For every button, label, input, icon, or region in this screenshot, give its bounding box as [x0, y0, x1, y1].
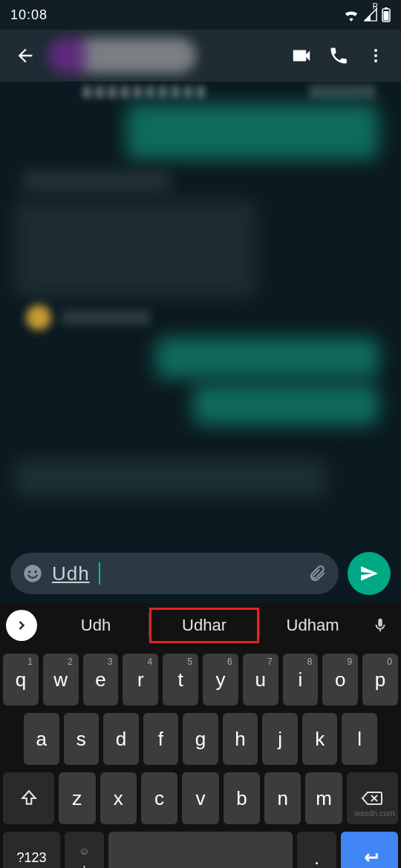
- emoji-picker-icon[interactable]: [22, 563, 43, 584]
- expand-suggestions-icon[interactable]: [6, 610, 37, 641]
- key-m[interactable]: m: [305, 772, 342, 824]
- key-f[interactable]: f: [143, 713, 179, 765]
- key-n[interactable]: n: [264, 772, 301, 824]
- key-c[interactable]: c: [141, 772, 177, 824]
- key-p[interactable]: p0: [362, 654, 398, 706]
- key-z[interactable]: z: [59, 772, 95, 824]
- key-s[interactable]: s: [64, 713, 100, 765]
- svg-point-6: [24, 565, 41, 582]
- emoji-message: [26, 303, 160, 332]
- svg-rect-2: [384, 11, 389, 21]
- key-i[interactable]: i8: [283, 654, 319, 706]
- contact-blurred[interactable]: [48, 38, 196, 73]
- key-a[interactable]: a: [24, 713, 59, 765]
- svg-rect-1: [385, 7, 388, 9]
- keyboard-row-3: zxcvbnm: [3, 772, 398, 824]
- signal-icon: R: [364, 8, 377, 22]
- chat-area[interactable]: ⠿⠿⠿⠿⠿⠿⠿⠿⠿⠿: [0, 82, 401, 547]
- suggestion-bar: Udh Udhar Udham: [0, 603, 401, 648]
- incoming-bubble: [15, 460, 327, 497]
- incoming-bubble: [15, 200, 256, 297]
- svg-point-5: [374, 59, 377, 62]
- svg-point-8: [34, 571, 37, 573]
- message-input[interactable]: Udh: [10, 553, 339, 594]
- mic-icon[interactable]: [365, 617, 395, 634]
- wifi-icon: [343, 8, 359, 22]
- attach-icon[interactable]: [307, 564, 327, 583]
- svg-point-7: [28, 571, 31, 573]
- key-y[interactable]: y6: [203, 654, 238, 706]
- key-r[interactable]: r4: [123, 654, 158, 706]
- period-key[interactable]: .: [297, 832, 336, 868]
- suggestion-1[interactable]: Udhar: [149, 608, 259, 643]
- send-button[interactable]: [348, 552, 391, 595]
- app-bar: [0, 30, 401, 82]
- emoji-icon: [26, 305, 51, 330]
- more-icon[interactable]: [361, 41, 391, 70]
- key-x[interactable]: x: [100, 772, 137, 824]
- key-j[interactable]: j: [262, 713, 298, 765]
- key-u[interactable]: u7: [243, 654, 278, 706]
- key-d[interactable]: d: [103, 713, 139, 765]
- enter-key[interactable]: [341, 832, 398, 868]
- status-bar: 10:08 R: [0, 0, 401, 30]
- key-g[interactable]: g: [183, 713, 218, 765]
- status-time: 10:08: [10, 7, 48, 23]
- watermark: wsxdn.com: [354, 809, 395, 818]
- shift-key[interactable]: [3, 772, 54, 824]
- keyboard-row-2: asdfghjkl: [3, 713, 398, 765]
- key-b[interactable]: b: [224, 772, 260, 824]
- message-text: Udh: [52, 562, 90, 585]
- key-e[interactable]: e3: [83, 654, 119, 706]
- battery-icon: [382, 7, 391, 22]
- video-call-icon[interactable]: [287, 41, 316, 70]
- back-icon[interactable]: [10, 41, 40, 70]
- outgoing-bubble: [126, 104, 379, 160]
- keyboard: q1w2e3r4t5y6u7i8o9p0 asdfghjkl zxcvbnm ?…: [0, 648, 401, 868]
- emoji-text: [62, 310, 151, 325]
- key-w[interactable]: w2: [43, 654, 79, 706]
- key-l[interactable]: l: [342, 713, 377, 765]
- svg-point-4: [374, 54, 377, 57]
- key-t[interactable]: t5: [163, 654, 198, 706]
- status-icons: R: [343, 7, 391, 22]
- comma-key[interactable]: ☺ ,: [65, 832, 104, 868]
- symbols-key[interactable]: ?123: [3, 832, 60, 868]
- suggestion-0[interactable]: Udh: [43, 608, 149, 643]
- key-o[interactable]: o9: [322, 654, 358, 706]
- voice-call-icon[interactable]: [324, 41, 353, 70]
- svg-point-3: [374, 49, 377, 52]
- key-k[interactable]: k: [302, 713, 338, 765]
- keyboard-row-4: ?123 ☺ , .: [3, 832, 398, 868]
- key-q[interactable]: q1: [3, 654, 39, 706]
- input-row: Udh: [0, 547, 401, 603]
- key-v[interactable]: v: [182, 772, 218, 824]
- outgoing-bubble: [156, 338, 379, 378]
- space-key[interactable]: [108, 832, 293, 868]
- outgoing-bubble: [193, 384, 379, 425]
- suggestion-2[interactable]: Udham: [260, 608, 365, 643]
- blurred-timestamp: [309, 85, 376, 99]
- blurred-date: [22, 171, 171, 193]
- keyboard-row-1: q1w2e3r4t5y6u7i8o9p0: [3, 654, 398, 706]
- key-h[interactable]: h: [223, 713, 258, 765]
- text-cursor: [99, 562, 100, 585]
- blurred-header-text: ⠿⠿⠿⠿⠿⠿⠿⠿⠿⠿: [82, 85, 290, 101]
